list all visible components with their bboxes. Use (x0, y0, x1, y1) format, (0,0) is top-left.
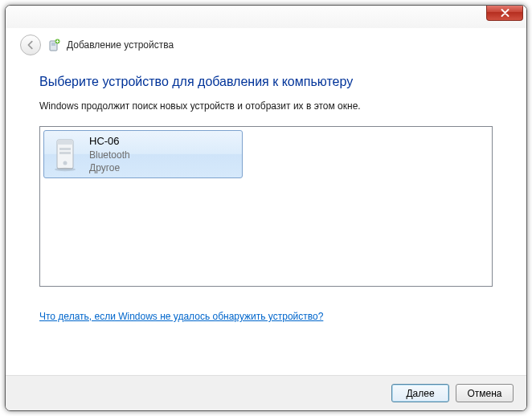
page-heading: Выберите устройство для добавления к ком… (39, 75, 493, 89)
device-category: Другое (89, 161, 130, 174)
wizard-header: Добавление устройства (6, 28, 526, 67)
svg-rect-1 (51, 43, 55, 46)
device-item[interactable]: HC-06 Bluetooth Другое (43, 130, 243, 178)
svg-rect-6 (59, 152, 71, 154)
titlebar (6, 6, 526, 28)
wizard-content: Выберите устройство для добавления к ком… (6, 75, 526, 322)
device-text: HC-06 Bluetooth Другое (89, 134, 130, 174)
wizard-title: Добавление устройства (67, 39, 174, 51)
device-name: HC-06 (89, 134, 130, 149)
wizard-footer: Далее Отмена (6, 375, 526, 410)
svg-point-7 (63, 161, 68, 165)
device-tower-icon (49, 137, 81, 172)
help-link[interactable]: Что делать, если Windows не удалось обна… (39, 311, 323, 322)
add-device-wizard: Добавление устройства Выберите устройств… (5, 5, 527, 411)
back-button[interactable] (20, 35, 41, 55)
device-type: Bluetooth (89, 149, 130, 161)
add-device-icon (47, 39, 60, 51)
next-button[interactable]: Далее (391, 384, 449, 402)
arrow-left-icon (25, 39, 36, 51)
device-list[interactable]: HC-06 Bluetooth Другое (39, 126, 493, 287)
svg-point-8 (55, 168, 76, 171)
cancel-button[interactable]: Отмена (456, 384, 514, 402)
svg-rect-4 (57, 140, 73, 145)
close-icon (501, 9, 509, 17)
svg-rect-5 (59, 148, 71, 150)
close-button[interactable] (486, 5, 523, 21)
page-subtext: Windows продолжит поиск новых устройств … (39, 100, 493, 112)
